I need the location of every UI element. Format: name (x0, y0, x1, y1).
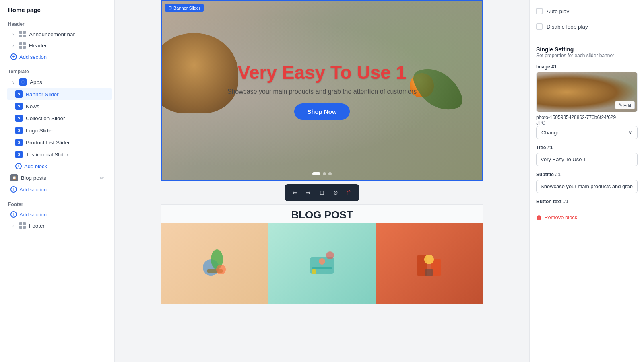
slider-icon: ⊞ (168, 5, 172, 10)
blog-icon: 📋 (10, 174, 18, 181)
sidebar-item-product-list-slider[interactable]: S Product List Slider (7, 136, 112, 148)
blog-post-image-2 (268, 223, 376, 304)
button-text-section: Button text #1 (536, 199, 638, 207)
plus-circle-icon: + (10, 53, 17, 60)
title-section: Title #1 (536, 145, 638, 166)
disable-loop-label: Disable loop play (547, 24, 588, 30)
sidebar-item-label: News (26, 103, 39, 109)
dot-3 (328, 172, 332, 175)
remove-block-button[interactable]: 🗑 Remove block (536, 212, 638, 222)
disable-loop-checkbox[interactable] (536, 23, 543, 30)
pie-decoration (161, 33, 238, 113)
plus-circle-icon: + (15, 163, 22, 169)
move-left-button[interactable]: ⇐ (289, 187, 301, 199)
editor-toolbar: ⇐ ⇒ ⊞ ⊗ 🗑 (285, 184, 359, 201)
sidebar-item-apps[interactable]: ∨ ⊞ Apps (2, 76, 112, 88)
image-label: Image #1 (536, 64, 638, 70)
blog-post-card-3[interactable] (376, 223, 483, 304)
app-icon: S (15, 115, 23, 122)
blog-post-image-3 (376, 223, 483, 304)
banner-slider-label: ⊞ Banner Slider (165, 4, 204, 12)
apps-list: S Banner Slider S News S Collection Slid… (0, 88, 114, 172)
grid-icon (19, 31, 26, 37)
move-right-button[interactable]: ⇒ (302, 187, 314, 199)
banner-image: ⊞ Banner Slider Very Easy To Use 1 Showc… (161, 0, 483, 181)
blog-section: BLOG POST (161, 204, 483, 304)
grid-icon (19, 222, 26, 229)
svg-point-5 (319, 258, 325, 265)
footer-section-label: Footer (0, 198, 114, 209)
add-block-label: Add block (24, 163, 47, 169)
add-section-button-1[interactable]: + Add section (2, 51, 112, 62)
apps-icon: ⊞ (19, 78, 27, 86)
banner-title: Very Easy To Use 1 (227, 62, 417, 83)
sidebar-item-label: Footer (29, 223, 45, 229)
image-filename: photo-1505935428862-770b6f24f629 (536, 115, 638, 120)
add-section-button-2[interactable]: + Add section (2, 184, 112, 195)
edit-icon: ✎ (619, 103, 622, 108)
banner-dots (312, 172, 332, 175)
svg-rect-12 (425, 269, 433, 276)
banner-subtitle: Showcase your main products and grab the… (227, 88, 417, 95)
subtitle-label: Subtitle #1 (536, 172, 638, 177)
sidebar-item-testimonial-slider[interactable]: S Testimonial Slider (7, 148, 112, 160)
delete-button[interactable]: 🗑 (343, 187, 355, 199)
plus-circle-icon: + (10, 211, 17, 218)
canvas-area: ⊞ Banner Slider Very Easy To Use 1 Showc… (115, 0, 529, 362)
sidebar-item-logo-slider[interactable]: S Logo Slider (7, 124, 112, 136)
blog-section-title: BLOG POST (161, 204, 483, 223)
image-section: Image #1 ✎ Edit photo-1505935428862-770b… (536, 64, 638, 139)
image-edit-button[interactable]: ✎ Edit (615, 101, 635, 109)
blog-post-card-2[interactable] (268, 223, 376, 304)
app-icon: S (15, 90, 23, 98)
app-icon: S (15, 127, 23, 134)
chevron-right-icon: › (10, 43, 16, 48)
blog-post-card-1[interactable] (161, 223, 268, 304)
disable-loop-row: Disable loop play (536, 22, 638, 31)
plus-circle-icon: + (10, 186, 17, 193)
sidebar-item-blog-posts[interactable]: 📋 Blog posts ✏ (2, 172, 112, 184)
single-setting-desc: Set properties for each slider banner (536, 53, 638, 58)
remove-block-label: Remove block (544, 214, 577, 220)
app-icon: S (15, 139, 23, 146)
chevron-down-icon: ∨ (10, 79, 16, 85)
sidebar-item-announcement-bar[interactable]: › Announcement bar (2, 29, 112, 40)
add-section-button-footer[interactable]: + Add section (2, 209, 112, 220)
sidebar-item-collection-slider[interactable]: S Collection Slider (7, 112, 112, 124)
left-sidebar: Home page Header › Announcement bar › He… (0, 0, 115, 362)
sidebar-item-news[interactable]: S News (7, 100, 112, 112)
change-button[interactable]: Change ∨ (536, 126, 638, 139)
svg-point-8 (326, 251, 334, 259)
leaf-decoration (411, 60, 465, 119)
button-text-label: Button text #1 (536, 199, 638, 204)
add-section-label: Add section (19, 187, 47, 193)
edit-icon: ✏ (100, 175, 104, 181)
sidebar-item-banner-slider[interactable]: S Banner Slider (7, 88, 112, 100)
sidebar-item-footer[interactable]: › Footer (2, 220, 112, 231)
app-icon: S (15, 151, 23, 158)
subtitle-input[interactable] (536, 180, 638, 193)
blog-post-image-1 (161, 223, 268, 304)
title-label: Title #1 (536, 145, 638, 150)
hide-button[interactable]: ⊗ (330, 187, 342, 199)
copy-button[interactable]: ⊞ (316, 187, 328, 199)
sidebar-item-label: Testimonial Slider (26, 152, 68, 158)
sidebar-item-label: Banner Slider (26, 91, 59, 97)
auto-play-checkbox[interactable] (536, 8, 543, 14)
auto-play-label: Auto play (547, 8, 569, 14)
title-input[interactable] (536, 153, 638, 166)
app-icon: S (15, 103, 23, 110)
shop-now-button[interactable]: Shop Now (294, 103, 349, 120)
banner-slider-section[interactable]: ⊞ Banner Slider Very Easy To Use 1 Showc… (161, 0, 483, 181)
image-preview: ✎ Edit (536, 72, 638, 112)
sidebar-item-label: Header (29, 43, 47, 49)
add-block-button[interactable]: + Add block (7, 160, 112, 172)
dot-2 (323, 172, 326, 175)
add-section-label: Add section (19, 212, 47, 218)
sidebar-item-label: Announcement bar (29, 31, 75, 37)
single-setting-title: Single Setting (536, 46, 638, 53)
chevron-right-icon: › (10, 223, 16, 228)
sidebar-item-header[interactable]: › Header (2, 40, 112, 51)
banner-background: Very Easy To Use 1 Showcase your main pr… (162, 1, 482, 180)
svg-point-3 (216, 265, 226, 274)
